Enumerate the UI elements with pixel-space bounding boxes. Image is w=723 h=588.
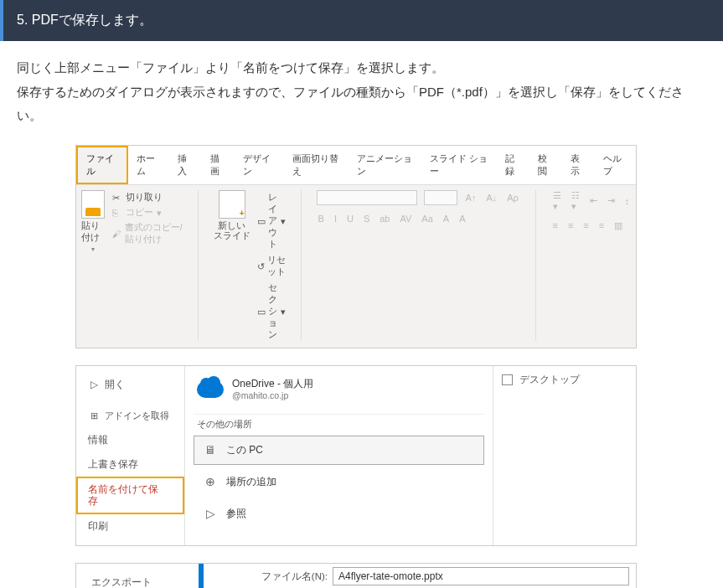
add-place-icon: ⊕ bbox=[203, 475, 218, 488]
tab-insert[interactable]: 挿入 bbox=[169, 147, 202, 183]
tab-help[interactable]: ヘルプ bbox=[595, 147, 636, 183]
align-right-button[interactable]: ≡ bbox=[581, 220, 590, 230]
bullets-button[interactable]: ☰ ▾ bbox=[551, 190, 563, 212]
columns-button[interactable]: ▥ bbox=[612, 220, 624, 231]
nav-open[interactable]: ▷開く bbox=[76, 373, 184, 397]
nav-info[interactable]: 情報 bbox=[76, 428, 184, 452]
section-button[interactable]: ▭セクション ▾ bbox=[257, 282, 286, 341]
tab-file[interactable]: ファイル bbox=[76, 146, 128, 184]
file-nav: ▷開く ⊞アドインを取得 情報 上書き保存 名前を付けて保 存 印刷 bbox=[76, 366, 185, 546]
tab-review[interactable]: 校閲 bbox=[529, 147, 562, 183]
clear-format-icon[interactable]: Aρ bbox=[505, 193, 520, 203]
onedrive-account: @mahito.co.jp bbox=[232, 390, 313, 402]
bold-button[interactable]: B bbox=[317, 214, 326, 224]
instruction-line: 保存するためのダイアログが表示されますので、ファイルの種類から「PDF（*.pd… bbox=[17, 80, 706, 128]
checkbox-icon[interactable] bbox=[502, 374, 513, 385]
tab-record[interactable]: 記録 bbox=[497, 147, 529, 183]
ribbon-screenshot: ファイル ホーム 挿入 描画 デザイン 画面切り替え アニメーション スライド … bbox=[75, 145, 637, 348]
clipboard-group: 貼り付け ▾ 切り取り ⎘コピー ▾ 🖌書式のコピー/貼り付け bbox=[81, 190, 183, 253]
tab-slideshow[interactable]: スライド ショー bbox=[421, 147, 497, 183]
new-slide-icon[interactable] bbox=[219, 190, 245, 219]
font-color-button[interactable]: A bbox=[442, 214, 451, 224]
highlight-button[interactable]: A bbox=[457, 214, 467, 224]
nav-saveas[interactable]: 名前を付けて保 存 bbox=[76, 477, 184, 515]
place-browse[interactable]: ▷ 参照 bbox=[194, 499, 484, 529]
paste-label: 貼り付け bbox=[81, 220, 106, 244]
places-panel: OneDrive - 個人用 @mahito.co.jp その他の場所 🖥 この… bbox=[185, 366, 493, 546]
onedrive-title: OneDrive - 個人用 bbox=[232, 378, 313, 391]
tab-draw[interactable]: 描画 bbox=[202, 147, 235, 183]
locations-panel: デスクトップ bbox=[493, 366, 636, 546]
spacing-button[interactable]: AV bbox=[399, 214, 414, 224]
reset-button[interactable]: ↺リセット bbox=[257, 255, 286, 278]
place-thispc[interactable]: 🖥 この PC bbox=[194, 436, 484, 465]
nav-print[interactable]: 印刷 bbox=[76, 514, 184, 539]
tab-home[interactable]: ホーム bbox=[128, 147, 169, 183]
onedrive-icon bbox=[197, 381, 224, 398]
filename-label: ファイル名(N): bbox=[210, 570, 328, 583]
tab-transitions[interactable]: 画面切り替え bbox=[284, 147, 349, 183]
indent-inc-button[interactable]: ⇥ bbox=[606, 195, 617, 206]
font-shrink-icon[interactable]: A↓ bbox=[484, 193, 498, 203]
save-dialog-screenshot: エクスポート 閉じる ファイル名(N): A4flyer-tate-omote.… bbox=[75, 563, 637, 588]
filename-input[interactable]: A4flyer-tate-omote.pptx bbox=[333, 567, 629, 585]
align-justify-button[interactable]: ≡ bbox=[597, 220, 606, 230]
dialog-nav: エクスポート 閉じる bbox=[76, 564, 202, 588]
instruction-line: 同じく上部メニュー「ファイル」より「名前をつけて保存」を選択します。 bbox=[17, 56, 706, 80]
paste-icon[interactable] bbox=[81, 190, 105, 219]
dialog-body: ファイル名(N): A4flyer-tate-omote.pptx ファイルの種… bbox=[202, 564, 636, 588]
scissors-icon bbox=[112, 193, 122, 203]
tab-animations[interactable]: アニメーション bbox=[349, 147, 421, 183]
nav-addin[interactable]: ⊞アドインを取得 bbox=[76, 404, 184, 428]
tab-view[interactable]: 表示 bbox=[562, 147, 595, 183]
align-center-button[interactable]: ≡ bbox=[566, 220, 575, 230]
browse-icon: ▷ bbox=[203, 507, 218, 520]
case-button[interactable]: Aa bbox=[420, 214, 434, 224]
place-addplace[interactable]: ⊕ 場所の追加 bbox=[194, 467, 484, 497]
desktop-item[interactable]: デスクトップ bbox=[502, 373, 627, 387]
tab-design[interactable]: デザイン bbox=[235, 147, 283, 183]
step-title: PDFで保存します。 bbox=[32, 13, 152, 27]
other-places-label: その他の場所 bbox=[194, 414, 484, 436]
font-grow-icon[interactable]: A↑ bbox=[464, 193, 478, 203]
paragraph-group: ☰ ▾ ☷ ▾ ⇤ ⇥ ↕ ≡ ≡ ≡ ≡ ▥ bbox=[551, 190, 632, 231]
ribbon-body: 貼り付け ▾ 切り取り ⎘コピー ▾ 🖌書式のコピー/貼り付け 新しい スライド bbox=[76, 185, 636, 348]
cut-button[interactable]: 切り取り bbox=[112, 192, 183, 204]
indent-dec-button[interactable]: ⇤ bbox=[588, 195, 599, 206]
linespace-button[interactable]: ↕ bbox=[623, 196, 632, 206]
shadow-button[interactable]: ab bbox=[378, 214, 391, 224]
nav-save[interactable]: 上書き保存 bbox=[76, 452, 184, 477]
format-painter-button[interactable]: 🖌書式のコピー/貼り付け bbox=[112, 222, 183, 245]
align-left-button[interactable]: ≡ bbox=[551, 220, 560, 230]
underline-button[interactable]: U bbox=[345, 214, 355, 224]
step-header: 5. PDFで保存します。 bbox=[0, 0, 723, 41]
italic-button[interactable]: I bbox=[333, 214, 338, 224]
instruction-text: 同じく上部メニュー「ファイル」より「名前をつけて保存」を選択します。 保存するた… bbox=[0, 41, 723, 137]
strike-button[interactable]: S bbox=[362, 214, 371, 224]
numbering-button[interactable]: ☷ ▾ bbox=[570, 190, 581, 212]
nav-export[interactable]: エクスポート bbox=[83, 574, 192, 588]
step-number: 5. bbox=[17, 13, 28, 27]
new-slide-label: 新しい スライド bbox=[214, 220, 250, 241]
slides-group: 新しい スライド ▭レイアウト ▾ ↺リセット ▭セクション ▾ bbox=[214, 190, 286, 341]
pc-icon: 🖥 bbox=[203, 443, 218, 456]
font-group: A↑ A↓ Aρ B I U S ab AV Aa A A bbox=[317, 190, 520, 224]
layout-button[interactable]: ▭レイアウト ▾ bbox=[257, 192, 286, 250]
copy-button[interactable]: ⎘コピー ▾ bbox=[112, 207, 183, 219]
onedrive-item[interactable]: OneDrive - 個人用 @mahito.co.jp bbox=[194, 373, 484, 414]
saveas-screenshot: ▷開く ⊞アドインを取得 情報 上書き保存 名前を付けて保 存 印刷 OneDr… bbox=[75, 365, 637, 547]
folder-open-icon: ▷ bbox=[88, 379, 100, 390]
ribbon-tabs: ファイル ホーム 挿入 描画 デザイン 画面切り替え アニメーション スライド … bbox=[76, 146, 636, 185]
addin-icon: ⊞ bbox=[88, 410, 100, 421]
